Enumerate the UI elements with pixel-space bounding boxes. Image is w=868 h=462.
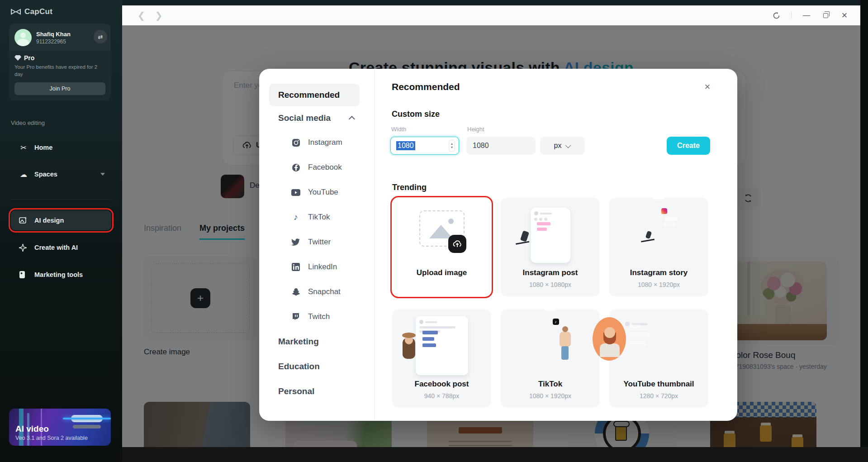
card-size: 940 × 788px: [392, 392, 491, 400]
twitch-icon: [291, 312, 301, 322]
promo-title: AI video: [15, 424, 49, 434]
nav-item-label: Facebook: [308, 163, 342, 172]
youtube-thumbnail-preview: [625, 318, 693, 372]
sidebar-item-label: Spaces: [34, 171, 57, 178]
sidebar-item-label: Home: [34, 144, 52, 151]
sidebar-item-home[interactable]: ✂ Home: [11, 138, 111, 157]
card-title: Facebook post: [392, 380, 491, 389]
card-size: 1080 × 1920px: [609, 281, 708, 288]
twitter-icon: [291, 237, 301, 247]
height-input[interactable]: 1080: [466, 137, 536, 155]
trending-grid: Upload image Instagram post 1080 × 1080p…: [392, 198, 708, 408]
forward-button[interactable]: ❯: [155, 10, 163, 21]
user-name: Shafiq Khan: [36, 31, 71, 38]
card-tiktok[interactable]: ♪ TikTok 1080 × 1920px: [501, 309, 600, 408]
capcut-logo: CapCut: [11, 7, 52, 16]
sidebar-item-create-with-ai[interactable]: Create with AI: [11, 238, 111, 257]
stepper-icon[interactable]: ▲▼: [449, 140, 455, 152]
nav-item-facebook[interactable]: Facebook: [291, 162, 342, 172]
nav-item-instagram[interactable]: Instagram: [291, 138, 342, 148]
minimize-button[interactable]: —: [802, 11, 811, 19]
nav-group-label: Social media: [278, 113, 331, 123]
marketing-tools-icon: [19, 271, 28, 279]
card-size: 1280 × 720px: [609, 392, 708, 400]
scissors-icon: ✂: [19, 143, 28, 152]
linkedin-icon: [291, 262, 301, 272]
refresh-icon[interactable]: [772, 11, 780, 19]
card-title: YouTube thumbnail: [609, 380, 708, 389]
card-title: TikTok: [501, 380, 600, 389]
modal-title: Recommended: [392, 81, 460, 92]
sidebar-item-spaces[interactable]: ☁ Spaces: [11, 164, 111, 184]
trending-heading: Trending: [392, 183, 427, 192]
sparkle-icon: [19, 244, 28, 252]
chevron-down-icon: [565, 142, 571, 148]
promo-subtitle: Veo 3.1 and Sora 2 available: [15, 435, 88, 441]
sidebar-item-marketing-tools[interactable]: Marketing tools: [11, 265, 111, 285]
switch-account-icon[interactable]: ⇄: [94, 30, 107, 43]
nav-group-personal[interactable]: Personal: [278, 386, 314, 396]
nav-group-marketing[interactable]: Marketing: [278, 337, 319, 347]
sidebar-item-ai-design[interactable]: AI design: [11, 210, 111, 230]
nav-item-recommended[interactable]: Recommended: [269, 84, 360, 106]
diamond-icon: [14, 55, 21, 61]
width-label: Width: [391, 126, 406, 133]
desktop-bottom-edge: [122, 447, 868, 462]
card-youtube-thumbnail[interactable]: YouTube thumbnail 1280 × 720px: [609, 309, 708, 408]
nav-item-label: Twitch: [308, 312, 330, 321]
brand-name: CapCut: [24, 7, 52, 16]
unit-value: px: [554, 142, 562, 150]
close-window-button[interactable]: ×: [840, 11, 849, 19]
chevron-up-icon: [349, 116, 355, 122]
chevron-down-icon: [100, 173, 105, 176]
controls-divider: [791, 12, 792, 19]
unit-select[interactable]: px: [540, 137, 585, 155]
snapchat-icon: [291, 287, 301, 297]
nav-item-label: LinkedIn: [308, 262, 337, 271]
card-title: Instagram post: [501, 268, 600, 277]
width-input[interactable]: 1080 ▲▼: [390, 137, 459, 155]
nav-item-linkedin[interactable]: LinkedIn: [291, 262, 337, 272]
create-button[interactable]: Create: [667, 137, 710, 155]
modal-body: Recommended × Custom size Width Height 1…: [375, 69, 737, 421]
card-instagram-story[interactable]: Instagram story 1080 × 1920px: [609, 198, 708, 296]
width-value: 1080: [396, 141, 415, 150]
nav-item-twitter[interactable]: Twitter: [291, 237, 331, 247]
card-instagram-post[interactable]: Instagram post 1080 × 1080px: [501, 198, 600, 296]
nav-item-label: Instagram: [308, 138, 342, 147]
ai-video-promo-card[interactable]: AI video Veo 3.1 and Sora 2 available: [9, 409, 111, 446]
tiktok-icon: ♪: [291, 212, 301, 222]
youtube-icon: [291, 187, 301, 197]
nav-group-social-media[interactable]: Social media: [278, 113, 355, 123]
user-id: 9112322965: [36, 38, 71, 45]
sidebar-divider: [11, 200, 111, 200]
custom-size-heading: Custom size: [392, 110, 440, 119]
height-label: Height: [467, 126, 484, 133]
restore-button[interactable]: [821, 11, 830, 19]
facebook-post-preview: [416, 316, 468, 375]
nav-item-youtube[interactable]: YouTube: [291, 187, 338, 197]
desktop-right-edge: [860, 0, 868, 462]
close-icon[interactable]: ×: [701, 81, 714, 93]
card-facebook-post[interactable]: Facebook post 940 × 788px: [392, 309, 491, 408]
nav-item-label: YouTube: [308, 188, 338, 197]
capcut-window: CapCut Shafiq Khan 9112322965 ⇄ Pro Your…: [0, 0, 868, 462]
modal-nav: Recommended Social media Instagram Faceb…: [259, 69, 375, 421]
sidebar-item-label: Marketing tools: [34, 271, 83, 278]
ai-design-icon: [19, 216, 28, 224]
nav-item-twitch[interactable]: Twitch: [291, 312, 330, 322]
back-button[interactable]: ❮: [138, 10, 145, 21]
nav-group-label: Personal: [278, 386, 314, 396]
nav-item-snapchat[interactable]: Snapchat: [291, 287, 341, 297]
nav-item-tiktok[interactable]: ♪ TikTok: [291, 212, 330, 222]
user-row[interactable]: Shafiq Khan 9112322965 ⇄: [9, 24, 111, 51]
card-title: Upload image: [392, 268, 491, 277]
pro-block: Pro Your Pro benefits have expired for 2…: [9, 51, 111, 100]
join-pro-button[interactable]: Join Pro: [14, 82, 105, 95]
card-size: 1080 × 1080px: [501, 281, 600, 288]
nav-group-education[interactable]: Education: [278, 362, 320, 372]
card-size: 1080 × 1920px: [501, 392, 600, 400]
avatar: [14, 29, 32, 46]
sidebar-item-label: Create with AI: [34, 244, 78, 251]
card-upload-image[interactable]: Upload image: [392, 198, 491, 296]
